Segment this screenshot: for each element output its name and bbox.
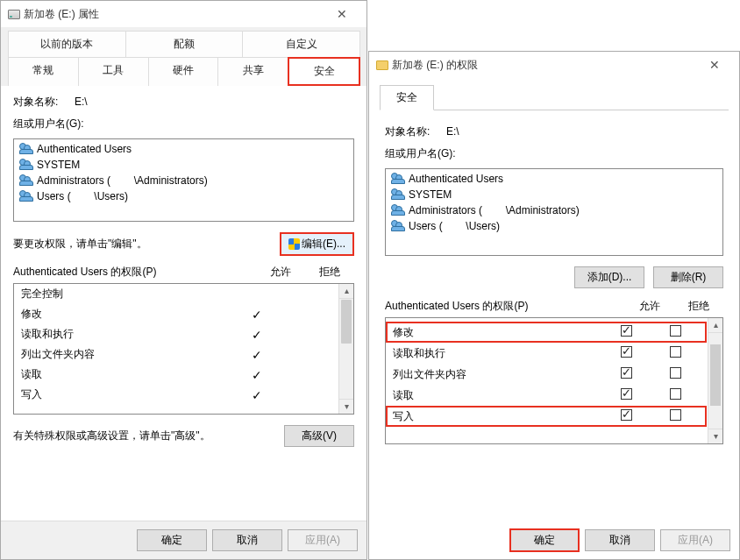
allow-checkbox[interactable] (621, 409, 632, 421)
tab-customize[interactable]: 自定义 (242, 31, 360, 57)
cancel-button[interactable]: 取消 (212, 529, 282, 551)
list-item[interactable]: SYSTEM (16, 157, 352, 173)
perm-name: 完全控制 (393, 317, 601, 319)
remove-button[interactable]: 删除(R) (653, 266, 723, 288)
users-icon (391, 173, 405, 185)
deny-header: 拒绝 (674, 299, 723, 314)
scroll-down-icon[interactable]: ▾ (339, 399, 354, 414)
ok-button[interactable]: 确定 (509, 528, 580, 552)
perm-row: 列出文件夹内容✓ (14, 344, 338, 365)
tab-security[interactable]: 安全 (288, 57, 360, 86)
list-item[interactable]: Authenticated Users (16, 141, 352, 157)
properties-window: 新加卷 (E:) 属性 ✕ 以前的版本 配额 自定义 常规 工具 硬件 共享 安… (0, 0, 367, 560)
allow-checkbox[interactable] (621, 388, 632, 400)
scrollbar[interactable]: ▴ ▾ (708, 318, 722, 443)
perm-name: 读取和执行 (21, 327, 232, 342)
deny-checkbox[interactable] (670, 388, 681, 400)
edit-button[interactable]: 编辑(E)... (280, 232, 354, 256)
list-item[interactable]: Administrators ( \Administrators) (388, 202, 721, 218)
permissions-title: Authenticated Users 的权限(P) (13, 265, 256, 280)
list-item-label: Administrators ( \Administrators) (409, 204, 580, 216)
titlebar[interactable]: 新加卷 (E:) 属性 ✕ (1, 1, 366, 27)
object-name-value: E:\ (75, 96, 88, 108)
group-users-list[interactable]: Authenticated UsersSYSTEMAdministrators … (385, 168, 723, 256)
scroll-thumb[interactable] (341, 300, 352, 344)
list-item[interactable]: SYSTEM (388, 187, 721, 202)
perm-name: 写入 (21, 387, 232, 402)
tabs-row-1: 以前的版本 配额 自定义 (8, 31, 359, 57)
deny-checkbox[interactable] (670, 367, 681, 379)
drive-icon (8, 10, 20, 19)
perm-name: 修改 (21, 307, 232, 322)
users-icon (391, 204, 405, 216)
allow-header: 允许 (256, 265, 305, 280)
list-item-label: Users ( \Users) (37, 190, 128, 202)
perm-row: 写入 (386, 406, 707, 427)
allow-checkbox[interactable] (621, 346, 632, 358)
scroll-up-icon[interactable]: ▴ (339, 284, 354, 299)
tab-general[interactable]: 常规 (8, 57, 79, 86)
edit-hint: 要更改权限，请单击"编辑"。 (13, 237, 147, 252)
list-item-label: Authenticated Users (37, 143, 132, 155)
allow-checkbox[interactable] (621, 325, 632, 337)
deny-checkbox[interactable] (670, 325, 681, 337)
object-name-value: E:\ (446, 125, 459, 138)
close-icon[interactable]: ✕ (324, 7, 359, 21)
dialog-buttons: 确定 取消 应用(A) (369, 521, 739, 559)
window-title: 新加卷 (E:) 属性 (24, 8, 99, 20)
add-button[interactable]: 添加(D)... (574, 266, 644, 288)
tab-previous-versions[interactable]: 以前的版本 (8, 31, 126, 57)
tab-hardware[interactable]: 硬件 (148, 57, 219, 86)
perm-name: 读取和执行 (393, 346, 601, 361)
perm-row: 修改✓ (14, 304, 338, 324)
group-users-label: 组或用户名(G): (13, 117, 354, 131)
perm-row: 读取 (386, 385, 707, 406)
folder-icon (376, 60, 388, 70)
list-item[interactable]: Users ( \Users) (388, 218, 721, 234)
list-item[interactable]: Users ( \Users) (16, 188, 352, 204)
perm-row: 列出文件夹内容 (386, 364, 707, 385)
dialog-buttons: 确定 取消 应用(A) (1, 521, 366, 559)
tab-tools[interactable]: 工具 (78, 57, 149, 86)
perm-allow-mark: ✓ (232, 348, 281, 362)
advanced-hint: 有关特殊权限或高级设置，请单击"高级"。 (13, 429, 210, 443)
scroll-down-icon[interactable]: ▾ (708, 429, 723, 443)
apply-button[interactable]: 应用(A) (660, 529, 730, 551)
perm-name: 完全控制 (21, 287, 232, 301)
perm-name: 写入 (393, 409, 601, 424)
deny-checkbox[interactable] (670, 409, 681, 421)
shield-icon (288, 238, 300, 250)
permissions-window: 新加卷 (E:) 的权限 ✕ 安全 对象名称: E:\ 组或用户名(G): Au… (368, 51, 740, 560)
object-name-label: 对象名称: (13, 95, 75, 110)
users-icon (19, 174, 33, 187)
cancel-button[interactable]: 取消 (585, 529, 655, 551)
group-users-label: 组或用户名(G): (385, 146, 723, 161)
permissions-list: 完全控制修改✓读取和执行✓列出文件夹内容✓读取✓写入✓ ▴ ▾ (13, 283, 354, 415)
titlebar[interactable]: 新加卷 (E:) 的权限 ✕ (369, 52, 739, 78)
perm-allow-mark: ✓ (232, 308, 281, 322)
group-users-list[interactable]: Authenticated UsersSYSTEMAdministrators … (13, 138, 354, 222)
deny-header: 拒绝 (305, 265, 354, 280)
close-icon[interactable]: ✕ (697, 58, 732, 72)
allow-checkbox[interactable] (621, 367, 632, 379)
tab-sharing[interactable]: 共享 (217, 57, 288, 86)
tab-quota[interactable]: 配额 (125, 31, 244, 57)
tab-security[interactable]: 安全 (380, 85, 434, 110)
tabs-row-2: 常规 工具 硬件 共享 安全 (8, 57, 359, 86)
users-icon (391, 220, 405, 232)
ok-button[interactable]: 确定 (137, 529, 207, 551)
scroll-thumb[interactable] (710, 344, 721, 406)
advanced-button[interactable]: 高级(V) (284, 425, 354, 447)
scrollbar[interactable]: ▴ ▾ (338, 284, 353, 414)
list-item-label: Users ( \Users) (409, 220, 500, 232)
perm-allow-mark: ✓ (232, 368, 281, 382)
users-icon (19, 143, 33, 155)
perm-row: 读取和执行✓ (14, 324, 338, 344)
apply-button[interactable]: 应用(A) (288, 529, 358, 551)
perm-row: 读取和执行 (386, 343, 707, 364)
scroll-up-icon[interactable]: ▴ (708, 318, 723, 333)
window-title: 新加卷 (E:) 的权限 (392, 59, 478, 71)
deny-checkbox[interactable] (670, 346, 681, 358)
list-item[interactable]: Administrators ( \Administrators) (16, 173, 352, 188)
list-item[interactable]: Authenticated Users (388, 171, 721, 187)
